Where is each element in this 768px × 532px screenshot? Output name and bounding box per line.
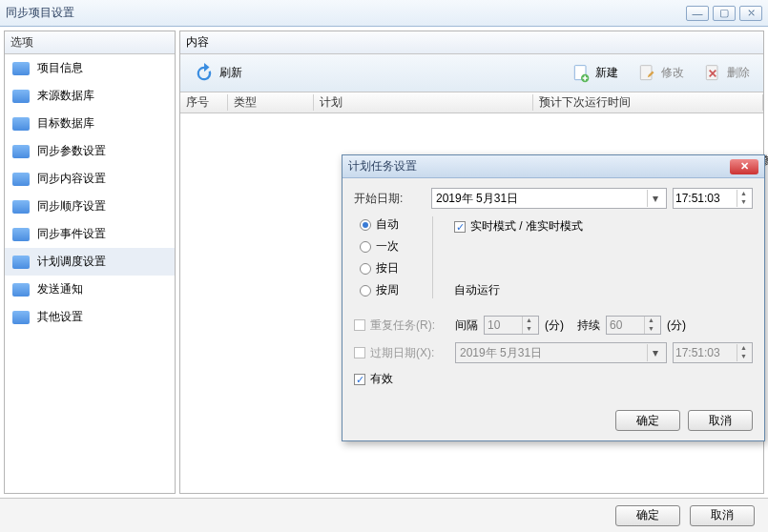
maximize-button[interactable]: ▢ (713, 6, 736, 21)
spinner-icon[interactable]: ▲▼ (644, 317, 657, 334)
title-bar: 同步项目设置 — ▢ ⤬ (0, 0, 768, 27)
expire-row: 过期日期(X): 2019年 5月31日 ▾ 17:51:03 ▲▼ (354, 342, 753, 363)
checkbox-icon (454, 221, 466, 233)
mode-details: 实时模式 / 准实时模式 自动运行 (432, 216, 753, 298)
radio-group: 自动 一次 按日 按周 (354, 216, 432, 298)
sidebar-item-target-db[interactable]: 目标数据库 (5, 110, 175, 137)
calendar-dropdown-icon[interactable]: ▾ (647, 344, 662, 361)
valid-row: 有效 (354, 371, 753, 387)
main-ok-button[interactable]: 确定 (615, 505, 680, 526)
duration-unit: (分) (667, 317, 686, 334)
valid-checkbox[interactable]: 有效 (354, 371, 393, 387)
dialog-titlebar[interactable]: 计划任务设置 ✕ (342, 155, 764, 178)
sidebar-item-project-info[interactable]: 项目信息 (5, 54, 175, 82)
table-header: 序号 类型 计划 预计下次运行时间 (180, 92, 763, 113)
valid-label: 有效 (370, 371, 393, 387)
sidebar-item-schedule[interactable]: 计划调度设置 (5, 248, 175, 276)
dialog-close-button[interactable]: ✕ (730, 159, 758, 174)
delete-icon (703, 64, 722, 83)
expire-label: 过期日期(X): (370, 345, 434, 361)
checkbox-icon (354, 347, 365, 358)
close-button[interactable]: ⤬ (739, 6, 762, 21)
radio-auto[interactable]: 自动 (360, 216, 432, 233)
edit-icon (637, 64, 656, 83)
folder-icon (12, 311, 30, 324)
main-footer: 确定 取消 (0, 498, 768, 532)
interval-input[interactable]: 10▲▼ (484, 316, 539, 335)
main-cancel-button[interactable]: 取消 (690, 505, 755, 526)
sidebar-item-source-db[interactable]: 来源数据库 (5, 82, 175, 110)
radio-label: 自动 (376, 216, 399, 233)
calendar-dropdown-icon[interactable]: ▾ (647, 190, 662, 207)
radio-once[interactable]: 一次 (360, 238, 432, 255)
minimize-button[interactable]: — (686, 6, 709, 21)
new-icon (571, 64, 591, 83)
radio-label: 按日 (376, 260, 399, 276)
edit-button[interactable]: 修改 (630, 60, 692, 87)
folder-icon (12, 117, 30, 131)
radio-daily[interactable]: 按日 (360, 260, 432, 276)
time-spinner-icon[interactable]: ▲▼ (737, 190, 750, 207)
new-button[interactable]: 新建 (564, 60, 626, 87)
start-time-value: 17:51:03 (675, 192, 720, 205)
checkbox-icon (354, 319, 365, 331)
expire-time-input[interactable]: 17:51:03 ▲▼ (673, 342, 753, 363)
window-title: 同步项目设置 (6, 5, 686, 21)
interval-value: 10 (488, 318, 500, 332)
th-seq[interactable]: 序号 (180, 94, 228, 111)
delete-button[interactable]: 删除 (695, 60, 758, 87)
radio-icon (360, 285, 371, 297)
sidebar-item-label: 同步内容设置 (37, 171, 106, 187)
sidebar-item-label: 目标数据库 (37, 115, 94, 132)
sidebar: 选项 项目信息 来源数据库 目标数据库 同步参数设置 同步内容设置 同步顺序设置… (4, 31, 176, 494)
sidebar-item-other[interactable]: 其他设置 (5, 303, 175, 331)
repeat-checkbox[interactable]: 重复任务(R): (354, 317, 449, 334)
start-time-input[interactable]: 17:51:03 ▲▼ (673, 188, 753, 209)
time-spinner-icon[interactable]: ▲▼ (737, 344, 750, 361)
sidebar-item-label: 来源数据库 (37, 88, 94, 104)
refresh-button[interactable]: 刷新 (186, 59, 250, 88)
window-controls: — ▢ ⤬ (686, 6, 762, 21)
sidebar-item-notify[interactable]: 发送通知 (5, 276, 175, 303)
spinner-icon[interactable]: ▲▼ (522, 317, 535, 334)
dialog-title: 计划任务设置 (348, 158, 730, 174)
repeat-row: 重复任务(R): 间隔 10▲▼ (分) 持续 60▲▼ (分) (354, 316, 753, 335)
duration-input[interactable]: 60▲▼ (606, 316, 661, 335)
sidebar-item-label: 同步参数设置 (37, 143, 106, 159)
radio-icon (360, 241, 371, 253)
th-plan[interactable]: 计划 (314, 94, 533, 111)
sidebar-item-sync-order[interactable]: 同步顺序设置 (5, 193, 175, 220)
interval-unit: (分) (545, 317, 564, 334)
folder-icon (12, 200, 30, 214)
expire-date-value: 2019年 5月31日 (460, 345, 542, 361)
expire-date-input[interactable]: 2019年 5月31日 ▾ (455, 342, 667, 363)
sidebar-item-sync-params[interactable]: 同步参数设置 (5, 137, 175, 165)
th-next-run[interactable]: 预计下次运行时间 (533, 94, 763, 111)
refresh-icon (194, 63, 215, 84)
folder-icon (12, 62, 30, 75)
folder-icon (12, 256, 30, 269)
expire-checkbox[interactable]: 过期日期(X): (354, 345, 449, 361)
dialog-cancel-button[interactable]: 取消 (688, 410, 753, 431)
folder-icon (12, 90, 30, 103)
dialog-ok-button[interactable]: 确定 (615, 410, 680, 431)
th-type[interactable]: 类型 (228, 94, 314, 111)
radio-icon (360, 263, 371, 275)
sidebar-item-sync-events[interactable]: 同步事件设置 (5, 220, 175, 248)
realtime-label: 实时模式 / 准实时模式 (470, 218, 583, 235)
dialog-buttons: 确定 取消 (342, 404, 764, 440)
sidebar-item-sync-content[interactable]: 同步内容设置 (5, 165, 175, 193)
toolbar: 刷新 新建 修改 删除 (180, 54, 763, 92)
schedule-mode-area: 自动 一次 按日 按周 实时模式 / 准实时模式 自动运行 (354, 216, 753, 298)
refresh-label: 刷新 (219, 65, 242, 81)
sidebar-item-label: 同步事件设置 (37, 226, 106, 242)
new-label: 新建 (595, 65, 618, 81)
start-date-row: 开始日期: 2019年 5月31日 ▾ 17:51:03 ▲▼ (354, 188, 753, 209)
duration-label: 持续 (577, 317, 600, 334)
sidebar-item-label: 其他设置 (37, 309, 83, 325)
auto-run-text: 自动运行 (454, 282, 753, 298)
start-date-input[interactable]: 2019年 5月31日 ▾ (431, 188, 667, 209)
start-date-value: 2019年 5月31日 (436, 191, 518, 207)
radio-weekly[interactable]: 按周 (360, 282, 432, 298)
realtime-checkbox[interactable]: 实时模式 / 准实时模式 (454, 218, 753, 235)
